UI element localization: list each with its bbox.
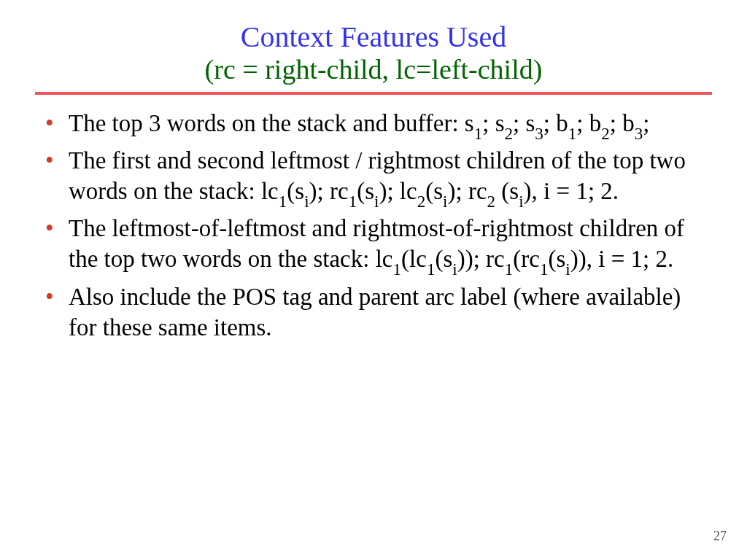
bullet-list: The top 3 words on the stack and buffer:… (35, 108, 712, 343)
slide-title: Context Features Used (35, 20, 712, 54)
list-item: Also include the POS tag and parent arc … (35, 281, 712, 343)
title-block: Context Features Used (rc = right-child,… (35, 20, 712, 86)
list-item: The leftmost-of-leftmost and rightmost-o… (35, 213, 712, 278)
list-item: The first and second leftmost / rightmos… (35, 145, 712, 210)
slide: Context Features Used (rc = right-child,… (0, 0, 747, 560)
divider (35, 92, 712, 95)
list-item: The top 3 words on the stack and buffer:… (35, 108, 712, 142)
slide-subtitle: (rc = right-child, lc=left-child) (35, 54, 712, 86)
slide-number: 27 (713, 529, 727, 544)
